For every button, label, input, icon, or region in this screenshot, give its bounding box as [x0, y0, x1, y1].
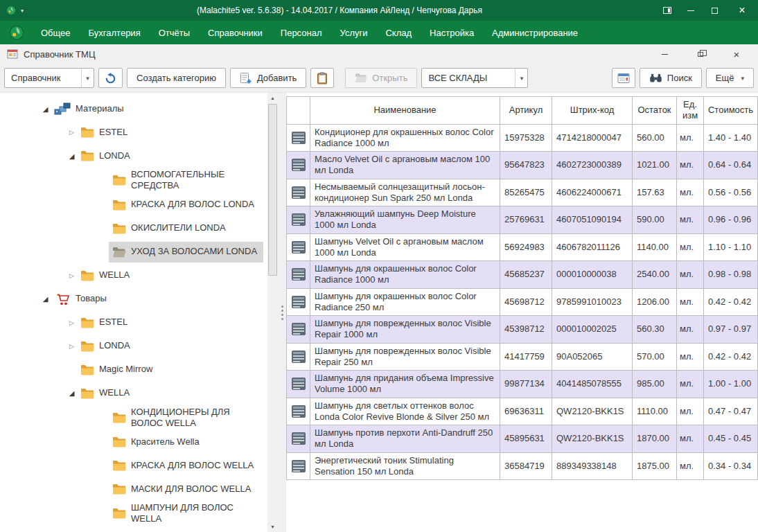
cell-stock: 985.00	[633, 371, 677, 398]
tree-item[interactable]: ▷ ESTEL	[0, 121, 267, 144]
chevron-down-icon: ▾	[741, 75, 744, 82]
child-close-button[interactable]: ×	[730, 48, 743, 60]
add-button[interactable]: Добавить	[230, 68, 306, 88]
table-row[interactable]: Увлажняющий шампунь Deep Moisture 1000 м…	[286, 206, 758, 234]
tree-item[interactable]: ВСПОМОГАТЕЛЬНЫЕ СРЕДСТВА	[0, 168, 267, 193]
cell-article: 45698712	[500, 289, 552, 317]
tmc-table: Наименование Артикул Штрих-код Остаток Е…	[286, 96, 758, 480]
tree-item[interactable]: КОНДИЦИОНЕРЫ ДЛЯ ВОЛОС WELLA	[0, 405, 267, 431]
tree-item[interactable]: КРАСКА ДЛЯ ВОЛОС LONDA	[0, 193, 267, 217]
menu-item-1[interactable]: Бухгалтерия	[80, 21, 150, 44]
scrollbar-thumb[interactable]	[268, 104, 277, 276]
tree-item-label: КРАСКА ДЛЯ ВОЛОС LONDA	[131, 199, 254, 210]
tree-collapse-arrow-icon[interactable]: ▷	[67, 129, 77, 136]
table-row[interactable]: Шампунь для окрашенных волос Color Radia…	[286, 261, 758, 289]
panel-splitter[interactable]	[278, 93, 286, 532]
child-restore-button[interactable]	[694, 48, 707, 60]
header-cost[interactable]: Стоимость	[704, 96, 758, 125]
cell-icon	[286, 179, 310, 207]
table-row[interactable]: Масло Velvet Oil с аргановым маслом 100 …	[286, 152, 758, 179]
tree-item[interactable]: ◢ Товары	[0, 287, 267, 311]
tree-item[interactable]: ▷ ESTEL	[0, 311, 267, 335]
tree-item[interactable]: ◢ WELLA	[0, 382, 267, 405]
header-unit[interactable]: Ед. изм	[677, 96, 704, 125]
table-row[interactable]: Энергетический тоник Stimulating Sensati…	[286, 453, 758, 481]
undo-button[interactable]	[98, 68, 123, 88]
item-card-icon	[291, 459, 306, 473]
chevron-down-icon[interactable]: ▾	[515, 69, 527, 87]
table-row[interactable]: Несмываемый солнцезащитный лосьон-кондиц…	[286, 179, 758, 207]
more-button[interactable]: Ещё ▾	[706, 68, 754, 88]
card-view-button[interactable]	[612, 68, 635, 88]
table-row[interactable]: Шампунь для придания объема Impressive V…	[286, 371, 758, 398]
cell-icon	[286, 398, 310, 426]
open-label: Открыть	[372, 73, 407, 83]
tree-item[interactable]: ШАМПУНИ ДЛЯ ВОЛОС WELLA	[0, 501, 267, 526]
paste-button[interactable]	[310, 68, 334, 88]
tree-expand-arrow-icon[interactable]: ◢	[40, 105, 51, 113]
scroll-up-button[interactable]: ▲	[267, 93, 278, 103]
menu-item-6[interactable]: Склад	[376, 21, 421, 44]
menu-item-2[interactable]: Отчёты	[150, 21, 199, 44]
tree-item[interactable]: МАСКИ ДЛЯ ВОЛОС WELLA	[0, 477, 267, 501]
window-controls: ×	[655, 0, 758, 21]
cell-unit: мл.	[677, 206, 704, 234]
header-stock[interactable]: Остаток	[633, 96, 677, 125]
tree-item[interactable]: ОКИСЛИТЕЛИ LONDA	[0, 217, 267, 240]
item-card-icon	[291, 213, 306, 227]
table-row[interactable]: Шампунь для поврежденных волос Visible R…	[286, 316, 758, 344]
tree-item[interactable]: ▷ WELLA	[0, 264, 267, 287]
create-category-button[interactable]: Создать категорию	[127, 68, 226, 88]
table-row[interactable]: Шампунь для окрашенных волос Color Radia…	[286, 289, 758, 317]
scroll-down-button[interactable]: ▼	[267, 522, 278, 532]
menu-item-8[interactable]: Администрирование	[483, 21, 587, 44]
folder-icon	[80, 317, 94, 328]
reference-combo[interactable]: Справочник ▾	[4, 68, 94, 88]
tree-item[interactable]: ▷ LONDA	[0, 335, 267, 358]
table-row[interactable]: Шампунь для светлых оттенков волос Londa…	[286, 398, 758, 426]
tree-expand-arrow-icon[interactable]: ◢	[67, 152, 77, 160]
cell-unit: мл.	[677, 453, 704, 481]
tree-item[interactable]: КРАСКА ДЛЯ ВОЛОС WELLA	[0, 454, 267, 477]
folder-icon	[80, 341, 94, 352]
chevron-down-icon[interactable]: ▾	[81, 69, 94, 87]
menu-item-5[interactable]: Услуги	[331, 21, 377, 44]
table-row[interactable]: Шампунь для поврежденных волос Visible R…	[286, 344, 758, 371]
tree-collapse-arrow-icon[interactable]: ▷	[67, 343, 77, 350]
tree-expand-arrow-icon[interactable]: ◢	[40, 295, 51, 303]
ribbon-panel-button[interactable]	[655, 0, 679, 21]
minimize-button[interactable]	[679, 0, 703, 21]
table-row[interactable]: Шампунь Velvet Oil с аргановым маслом 10…	[286, 234, 758, 262]
maximize-button[interactable]	[703, 0, 726, 21]
window-titlebar: ▾ (Malachite5 ver. 5.6.38) - 14.04.2017 …	[0, 0, 758, 21]
header-name[interactable]: Наименование	[310, 96, 500, 125]
table-row[interactable]: Кондиционер для окрашенных волос Color R…	[286, 125, 758, 152]
menu-item-4[interactable]: Персонал	[272, 21, 331, 44]
tree-item[interactable]: Magic Mirrow	[0, 358, 267, 382]
app-menu-logo-icon[interactable]	[9, 25, 24, 40]
search-button[interactable]: Поиск	[640, 68, 702, 88]
child-minimize-button[interactable]	[658, 48, 671, 60]
menu-item-3[interactable]: Справочники	[199, 21, 272, 44]
table-row[interactable]: Шампунь против перхоти Anti-Dandruff 250…	[286, 425, 758, 453]
tree-scrollbar[interactable]: ▲ ▼	[267, 93, 278, 532]
tmc-book-icon	[7, 49, 18, 59]
tree-item-label: LONDA	[99, 340, 130, 351]
cell-icon	[286, 234, 310, 262]
tree-expand-arrow-icon[interactable]: ◢	[67, 389, 77, 397]
open-button[interactable]: Открыть	[345, 68, 417, 88]
toolbar: Справочник ▾ Создать категорию Добавить …	[0, 64, 758, 93]
header-barcode[interactable]: Штрих-код	[552, 96, 633, 125]
tree-item[interactable]: Краситель Wella	[0, 430, 267, 454]
tree-collapse-arrow-icon[interactable]: ▷	[67, 272, 77, 279]
tree-item[interactable]: ◢ Материалы	[0, 97, 267, 121]
tree-item[interactable]: ◢ LONDA	[0, 144, 267, 168]
menu-item-7[interactable]: Настройка	[421, 21, 483, 44]
tree-collapse-arrow-icon[interactable]: ▷	[67, 319, 77, 326]
more-label: Ещё	[716, 73, 734, 83]
header-article[interactable]: Артикул	[500, 96, 552, 125]
tree-item[interactable]: УХОД ЗА ВОЛОСАМИ LONDA	[0, 240, 267, 264]
menu-item-0[interactable]: Общее	[32, 21, 80, 44]
close-button[interactable]: ×	[726, 0, 758, 21]
warehouse-combo[interactable]: ВСЕ СКЛАДЫ ▾	[421, 68, 528, 88]
